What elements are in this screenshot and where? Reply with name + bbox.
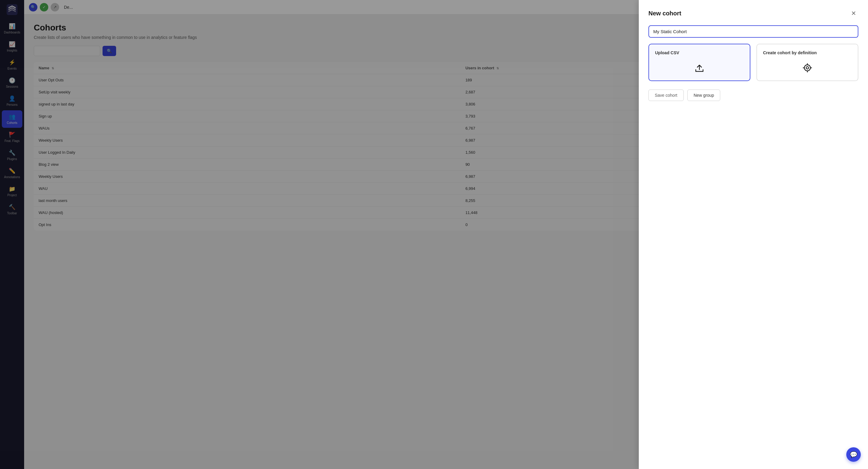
new-group-button[interactable]: New group	[687, 90, 720, 101]
svg-point-2	[806, 67, 809, 69]
new-cohort-modal: New cohort ✕ Upload CSV	[639, 0, 868, 469]
option-cards: Upload CSV Create cohort by definition	[648, 44, 858, 81]
chat-support-button[interactable]: 💬	[846, 447, 861, 462]
create-by-definition-title: Create cohort by definition	[763, 51, 817, 55]
modal-overlay[interactable]: New cohort ✕ Upload CSV	[0, 0, 868, 469]
cohort-name-input[interactable]	[648, 25, 858, 38]
upload-csv-card[interactable]: Upload CSV	[648, 44, 750, 81]
create-by-definition-card[interactable]: Create cohort by definition	[756, 44, 858, 81]
create-by-definition-icon	[763, 61, 852, 74]
svg-point-1	[804, 65, 810, 71]
modal-close-button[interactable]: ✕	[849, 8, 858, 18]
modal-title: New cohort	[648, 10, 681, 17]
upload-csv-icon	[655, 61, 744, 74]
modal-header: New cohort ✕	[648, 8, 858, 18]
save-cohort-button[interactable]: Save cohort	[648, 90, 684, 101]
modal-actions: Save cohort New group	[648, 90, 858, 101]
upload-csv-title: Upload CSV	[655, 51, 679, 55]
